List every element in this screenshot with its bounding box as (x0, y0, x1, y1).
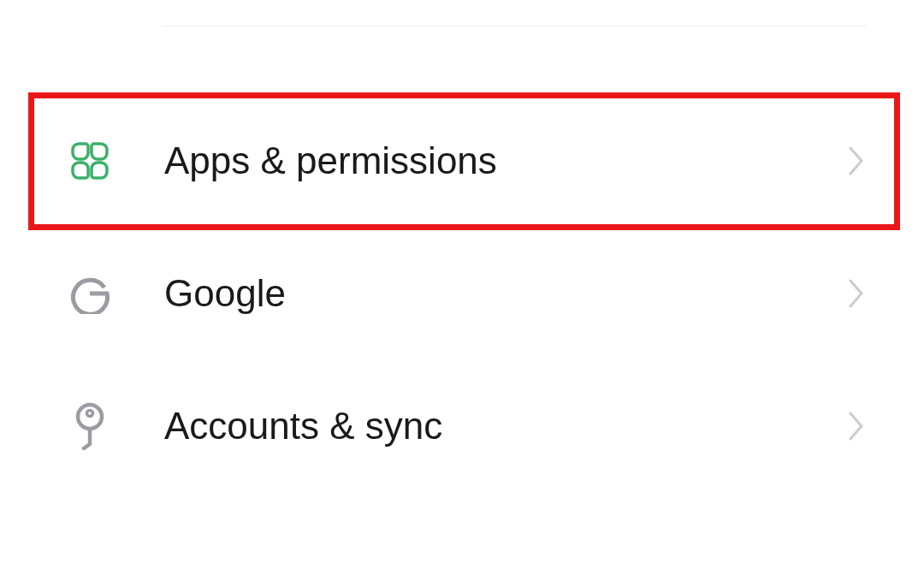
settings-item-accounts-sync[interactable]: Accounts & sync (0, 359, 924, 492)
chevron-right-icon (849, 412, 864, 441)
settings-list: Apps & permissions Google Ac (0, 94, 924, 492)
key-icon (68, 405, 111, 448)
google-icon (68, 272, 111, 315)
settings-item-label: Google (164, 272, 849, 315)
settings-item-google[interactable]: Google (0, 227, 924, 359)
chevron-right-icon (849, 146, 864, 175)
chevron-right-icon (849, 279, 864, 308)
settings-item-label: Accounts & sync (164, 405, 849, 448)
apps-icon (68, 139, 111, 182)
settings-item-label: Apps & permissions (164, 139, 849, 182)
section-divider (163, 26, 866, 27)
svg-point-1 (87, 410, 93, 416)
settings-item-apps-permissions[interactable]: Apps & permissions (0, 94, 924, 227)
